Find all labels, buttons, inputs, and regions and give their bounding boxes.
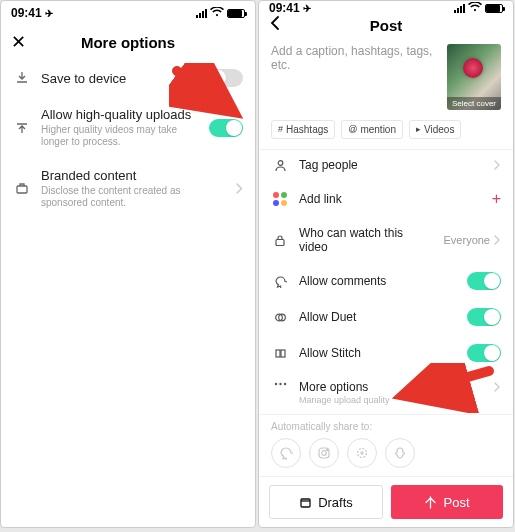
row-more-options[interactable]: More options Manage upload quality (259, 371, 513, 414)
row-add-link[interactable]: Add link + (259, 181, 513, 217)
signal-icon (196, 9, 207, 18)
svg-point-10 (279, 383, 281, 385)
link-icon (271, 192, 289, 206)
row-branded-content[interactable]: Branded content Disclose the content cre… (1, 158, 255, 219)
label: Save to device (41, 71, 199, 86)
toggle-save[interactable] (209, 69, 243, 87)
lock-icon (271, 234, 289, 247)
svg-rect-4 (276, 239, 284, 245)
wifi-icon (210, 6, 224, 20)
row-allow-comments[interactable]: Allow comments (259, 263, 513, 299)
svg-rect-0 (17, 186, 27, 193)
battery-icon (485, 4, 503, 13)
post-screen: 09:41 ✈︎ Post Add a caption, hashtags, t… (258, 0, 514, 528)
row-privacy[interactable]: Who can watch this video Everyone (259, 217, 513, 263)
auto-share-label: Automatically share to: (271, 421, 501, 432)
chip-mention[interactable]: @mention (341, 120, 403, 139)
row-allow-stitch[interactable]: Allow Stitch (259, 335, 513, 371)
chevron-right-icon (494, 160, 501, 170)
label: Branded content (41, 168, 226, 183)
privacy-value: Everyone (444, 234, 490, 246)
person-icon (271, 159, 289, 172)
share-message-icon[interactable] (271, 438, 301, 468)
stitch-icon (271, 347, 289, 360)
chevron-right-icon (236, 183, 243, 194)
toggle-duet[interactable] (467, 308, 501, 326)
svg-point-9 (274, 383, 276, 385)
nav-bar: Post (259, 15, 513, 35)
page-title: Post (370, 17, 403, 34)
close-icon[interactable]: ✕ (11, 31, 26, 53)
svg-point-11 (283, 383, 285, 385)
plus-icon: + (492, 190, 501, 208)
auto-share-section: Automatically share to: (259, 415, 513, 476)
row-tag-people[interactable]: Tag people (259, 149, 513, 181)
clock: 09:41 ✈︎ (11, 6, 53, 20)
duet-icon (271, 311, 289, 324)
label: Allow high-quality uploads (41, 107, 199, 122)
page-title: More options (81, 34, 175, 51)
svg-rect-7 (276, 350, 280, 357)
signal-icon (454, 4, 465, 13)
svg-point-3 (278, 161, 283, 166)
wifi-icon (468, 1, 482, 15)
sub-label: Higher quality videos may take longer to… (41, 124, 199, 148)
select-cover-label: Select cover (447, 97, 501, 110)
share-snapchat-icon[interactable] (385, 438, 415, 468)
download-icon (13, 71, 31, 85)
post-button[interactable]: Post (391, 485, 503, 519)
chevron-right-icon (494, 382, 501, 392)
sub-label: Manage upload quality (299, 395, 484, 405)
nav-bar: ✕ More options (1, 25, 255, 59)
svg-rect-16 (301, 499, 310, 507)
cover-thumbnail[interactable]: Select cover (447, 44, 501, 110)
svg-point-14 (327, 449, 328, 450)
share-stories-icon[interactable] (347, 438, 377, 468)
svg-rect-8 (281, 350, 285, 357)
clock: 09:41 ✈︎ (269, 1, 311, 15)
back-icon[interactable] (269, 15, 280, 36)
chevron-right-icon (494, 235, 501, 245)
upload-icon (13, 121, 31, 135)
sub-label: Disclose the content created as sponsore… (41, 185, 226, 209)
caption-input[interactable]: Add a caption, hashtags, tags, etc. (271, 44, 439, 110)
row-allow-duet[interactable]: Allow Duet (259, 299, 513, 335)
chip-hashtags[interactable]: #Hashtags (271, 120, 335, 139)
more-options-screen: 09:41 ✈︎ ✕ More options Save to device A… (0, 0, 256, 528)
toggle-stitch[interactable] (467, 344, 501, 362)
status-bar: 09:41 ✈︎ (259, 1, 513, 15)
toggle-hq[interactable] (209, 119, 243, 137)
comment-icon (271, 275, 289, 288)
battery-icon (227, 9, 245, 18)
toggle-comments[interactable] (467, 272, 501, 290)
chip-videos[interactable]: ▸Videos (409, 120, 461, 139)
drafts-button[interactable]: Drafts (269, 485, 383, 519)
row-hq-uploads[interactable]: Allow high-quality uploads Higher qualit… (1, 97, 255, 158)
share-instagram-icon[interactable] (309, 438, 339, 468)
svg-point-13 (322, 451, 327, 456)
ellipsis-icon (271, 380, 289, 386)
tag-icon (13, 182, 31, 196)
status-bar: 09:41 ✈︎ (1, 1, 255, 25)
row-save-to-device[interactable]: Save to device (1, 59, 255, 97)
